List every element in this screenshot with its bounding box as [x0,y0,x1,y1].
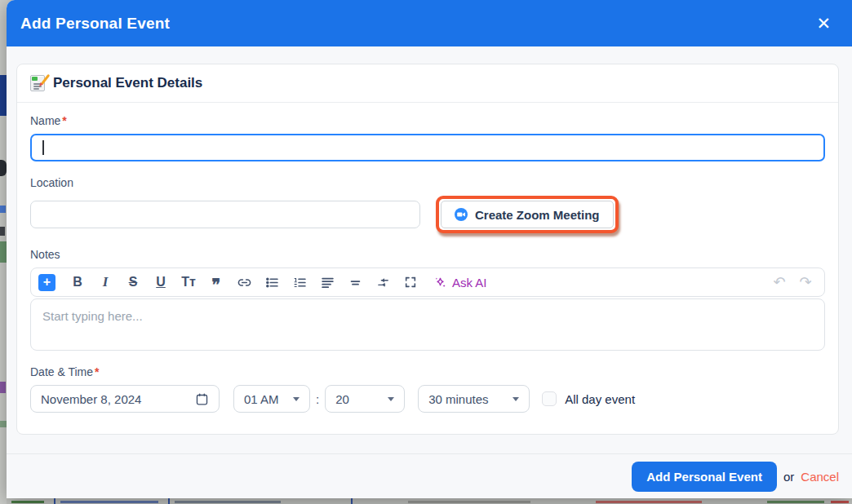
cancel-link[interactable]: Cancel [801,470,839,484]
minute-select[interactable]: 20 [325,385,405,413]
background-fragment [11,501,44,503]
background-fragment [60,501,158,503]
background-fragment [168,498,170,504]
card-header: Personal Event Details [17,64,838,103]
background-fragment [408,501,530,503]
background-fragment [0,75,7,116]
zoom-camera-icon [455,208,468,221]
add-personal-event-modal: Add Personal Event ✕ Personal Event Deta… [7,0,852,498]
notes-placeholder: Start typing here... [42,309,143,323]
hour-value: 01 AM [244,392,279,406]
card-body: Name* Location [17,103,838,434]
italic-icon[interactable]: I [92,271,118,294]
event-details-card: Personal Event Details Name* Location [16,64,839,435]
background-fragment [175,501,281,503]
background-fragment [831,501,849,503]
chevron-down-icon [513,397,519,401]
calendar-icon [195,392,209,406]
chevron-down-icon [293,397,300,401]
hour-select[interactable]: 01 AM [233,385,310,413]
name-input[interactable] [30,134,825,161]
duration-value: 30 minutes [428,392,488,406]
insert-plus-icon[interactable]: + [38,274,55,291]
background-fragment [0,160,7,176]
close-icon[interactable]: ✕ [816,15,831,32]
add-personal-event-button[interactable]: Add Personal Event [632,462,777,492]
align-text-icon[interactable] [314,271,340,294]
background-fragment [0,206,6,213]
memo-icon [30,75,45,91]
sparkle-icon [433,276,447,290]
duration-select[interactable]: 30 minutes [418,385,530,413]
bullet-list-icon[interactable] [259,271,285,294]
all-day-checkbox[interactable] [542,391,557,406]
indent-arrows-icon[interactable] [370,271,396,294]
modal-footer: Add Personal Event or Cancel [7,453,852,498]
background-fragment [767,501,824,503]
rich-text-toolbar: + B I S U Tᴛ ❞ [30,267,825,297]
strikethrough-icon[interactable]: S [120,271,146,294]
zoom-button-highlight: Create Zoom Meeting [436,196,619,233]
undo-icon[interactable]: ↶ [767,271,792,294]
modal-header: Add Personal Event ✕ [7,0,852,46]
all-day-option: All day event [542,391,635,406]
blockquote-icon[interactable]: ❞ [203,271,229,294]
link-icon[interactable] [231,271,257,294]
name-label: Name* [30,114,825,127]
or-text: or [783,470,794,484]
background-fragment [0,227,5,236]
required-asterisk: * [62,114,66,127]
bold-icon[interactable]: B [64,271,91,294]
background-fragment [351,498,353,504]
background-fragment [0,241,7,263]
zoom-button-label: Create Zoom Meeting [475,208,600,222]
horizontal-rule-icon[interactable] [342,271,368,294]
all-day-label: All day event [565,392,635,406]
notes-editor[interactable]: Start typing here... [30,298,825,351]
fullscreen-icon[interactable] [397,271,424,294]
text-cursor [42,140,44,155]
date-picker[interactable]: November 8, 2024 [30,385,220,413]
location-label: Location [30,176,825,189]
ask-ai-label: Ask AI [452,276,487,290]
notes-label: Notes [30,248,825,261]
underline-icon[interactable]: U [148,271,174,294]
background-fragment [0,421,7,427]
background-fragment [0,382,6,393]
notes-section: Notes + B I S U Tᴛ ❞ [30,248,825,351]
time-separator: : [316,392,319,406]
datetime-section: Date & Time* November 8, 2024 01 AM [30,365,825,413]
modal-body: Personal Event Details Name* Location [7,46,852,435]
chevron-down-icon [388,397,394,401]
name-field-wrapper [30,134,825,161]
card-title: Personal Event Details [53,75,202,91]
ask-ai-button[interactable]: Ask AI [433,276,487,290]
background-fragment [54,498,55,504]
background-fragment [596,501,702,503]
location-input[interactable] [30,201,420,228]
date-value: November 8, 2024 [41,392,141,406]
text-format-icon[interactable]: Tᴛ [175,271,202,294]
required-asterisk: * [95,365,99,378]
modal-title: Add Personal Event [20,15,170,33]
create-zoom-meeting-button[interactable]: Create Zoom Meeting [441,201,614,228]
redo-icon[interactable]: ↷ [793,271,818,294]
minute-value: 20 [335,392,349,406]
datetime-label: Date & Time* [30,365,825,378]
numbered-list-icon[interactable] [286,271,313,294]
location-section: Location Create Zoom Meeting [30,176,825,233]
